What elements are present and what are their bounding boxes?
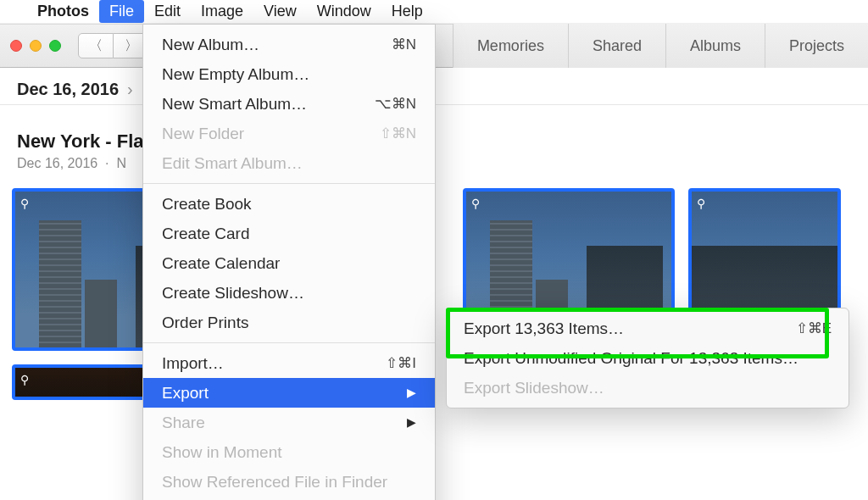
menuitem-show-in-moment: Show in Moment: [143, 437, 435, 467]
tab-shared[interactable]: Shared: [568, 24, 665, 68]
file-menu: New Album…⌘N New Empty Album… New Smart …: [142, 24, 436, 500]
toolbar-tabs: Memories Shared Albums Projects: [453, 25, 868, 67]
back-button[interactable]: 〈: [78, 33, 114, 58]
menuitem-edit-smart-album: Edit Smart Album…: [143, 148, 435, 178]
menuitem-new-smart-album[interactable]: New Smart Album…⌥⌘N: [143, 89, 435, 119]
window-controls: [10, 40, 61, 52]
tab-albums[interactable]: Albums: [665, 24, 765, 68]
close-window-button[interactable]: [10, 40, 22, 52]
crumb-date: Dec 16, 2016: [17, 80, 119, 99]
menuitem-new-empty-album[interactable]: New Empty Album…: [143, 59, 435, 89]
menuitem-export-items[interactable]: Export 13,363 Items…⇧⌘E: [447, 314, 849, 343]
menuitem-show-referenced-file: Show Referenced File in Finder: [143, 467, 435, 497]
menubar-edit[interactable]: Edit: [144, 0, 191, 23]
location-pin-icon: ⚲: [471, 197, 485, 210]
menuitem-create-card[interactable]: Create Card: [143, 219, 435, 248]
menubar-window[interactable]: Window: [307, 0, 381, 23]
location-pin-icon: ⚲: [697, 197, 710, 210]
menubar-file[interactable]: File: [99, 0, 144, 23]
menuitem-new-folder: New Folder⇧⌘N: [143, 119, 435, 148]
menubar-view[interactable]: View: [253, 0, 307, 23]
menuitem-import[interactable]: Import…⇧⌘I: [143, 348, 435, 378]
menubar-image[interactable]: Image: [191, 0, 253, 23]
tab-projects[interactable]: Projects: [765, 24, 868, 68]
chevron-right-icon: ›: [127, 80, 133, 99]
menuitem-order-prints[interactable]: Order Prints: [143, 308, 435, 337]
menuitem-export-unmodified[interactable]: Export Unmodified Original For 13,363 It…: [447, 343, 849, 373]
menuitem-create-calendar[interactable]: Create Calendar: [143, 248, 435, 278]
submenu-arrow-icon: ▶: [407, 411, 416, 434]
menuitem-export[interactable]: Export▶: [143, 378, 435, 408]
location-pin-icon: ⚲: [20, 197, 34, 210]
menuitem-new-album[interactable]: New Album…⌘N: [143, 30, 435, 59]
menubar-appname[interactable]: Photos: [27, 0, 99, 23]
minimize-window-button[interactable]: [30, 40, 42, 52]
chevron-left-icon: 〈: [89, 37, 103, 55]
export-submenu: Export 13,363 Items…⇧⌘E Export Unmodifie…: [446, 308, 849, 408]
menuitem-create-book[interactable]: Create Book: [143, 189, 435, 219]
chevron-right-icon: 〉: [125, 37, 138, 55]
zoom-window-button[interactable]: [49, 40, 61, 52]
nav-buttons: 〈 〉: [78, 33, 149, 58]
tab-memories[interactable]: Memories: [453, 24, 568, 68]
menuitem-consolidate[interactable]: Consolidate…: [143, 497, 435, 500]
location-pin-icon: ⚲: [20, 373, 34, 386]
menuitem-export-slideshow: Export Slideshow…: [447, 373, 849, 403]
submenu-arrow-icon: ▶: [407, 381, 416, 404]
menubar-help[interactable]: Help: [381, 0, 433, 23]
menuitem-create-slideshow[interactable]: Create Slideshow…: [143, 278, 435, 308]
menuitem-share: Share▶: [143, 408, 435, 437]
menubar: Photos File Edit Image View Window Help: [0, 0, 868, 24]
